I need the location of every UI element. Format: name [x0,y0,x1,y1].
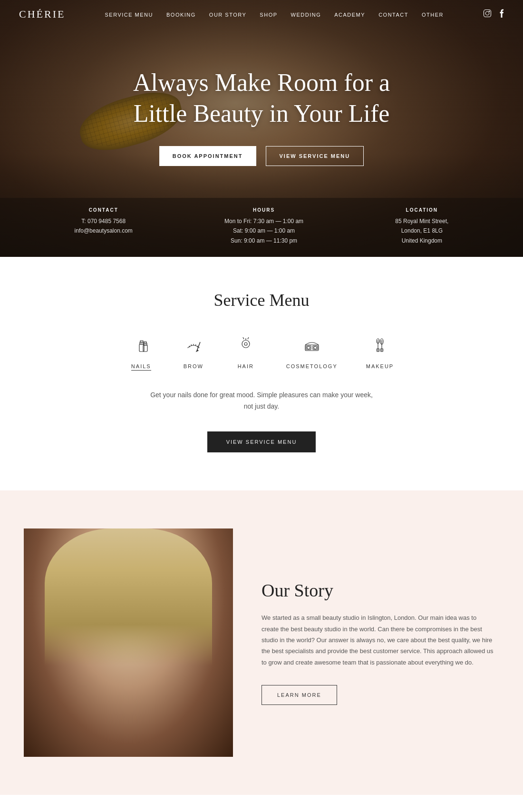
service-tab-nails[interactable]: NAILS [129,334,153,371]
nails-icon [129,334,153,358]
hero-hours-block: HOURS Mon to Fri: 7:30 am — 1:00 am Sat:… [224,207,303,245]
hero-title: Always Make Room for a Little Beauty in … [119,67,404,129]
svg-point-23 [307,346,310,349]
hero-location-block: LOCATION 85 Royal Mint Street, London, E… [395,207,448,245]
nav-wedding[interactable]: WEDDING [291,12,321,18]
story-section: Our Story We started as a small beauty s… [0,490,523,795]
nav-other[interactable]: OTHER [422,12,444,18]
service-tab-hair[interactable]: HAIR [234,334,258,371]
view-service-menu-button-hero[interactable]: VIEW SERVICE MENU [266,146,364,166]
learn-more-button[interactable]: LEARN MORE [262,685,337,705]
service-tab-makeup[interactable]: MAKEUP [366,334,394,371]
svg-rect-6 [143,345,147,352]
location-line3: United Kingdom [395,236,448,245]
service-tab-brow[interactable]: BROW [182,334,205,371]
story-content: Our Story We started as a small beauty s… [233,580,523,705]
story-heading: Our Story [262,580,494,601]
book-appointment-button[interactable]: BOOK APPOINTMENT [159,146,256,166]
makeup-label: MAKEUP [366,363,394,369]
hero-section: Always Make Room for a Little Beauty in … [0,0,523,257]
svg-point-1 [485,11,489,15]
location-line2: London, E1 8LG [395,226,448,235]
instagram-icon[interactable] [483,9,492,20]
service-description: Get your nails done for great mood. Simp… [147,390,376,412]
contact-phone: T: 070 9485 7568 [75,216,133,226]
nav-contact[interactable]: CONTACT [378,12,408,18]
story-image [24,528,233,757]
makeup-icon [368,334,392,358]
nav-booking[interactable]: BOOKING [166,12,196,18]
brow-label: BROW [184,363,203,369]
hair-label: HAIR [238,363,254,369]
hero-info-bar: CONTACT T: 070 9485 7568 info@beautysalo… [0,198,523,257]
hair-icon [234,334,258,358]
svg-point-2 [489,11,490,12]
svg-rect-0 [484,10,491,17]
nav-links: SERVICE MENU BOOKING OUR STORY SHOP WEDD… [105,10,444,19]
brow-icon [182,334,205,358]
contact-email: info@beautysalon.com [75,226,133,235]
service-tab-cosmetology[interactable]: COSMETOLOGY [286,334,338,371]
nav-service-menu[interactable]: SERVICE MENU [105,12,153,18]
service-tabs: NAILS BROW [29,334,494,371]
location-label: LOCATION [395,207,448,213]
brand-logo[interactable]: CHÉRIE [19,8,65,20]
hero-content: Always Make Room for a Little Beauty in … [0,0,523,209]
svg-point-24 [314,346,317,349]
hours-sat: Sat: 9:00 am — 1:00 am [224,226,303,235]
service-menu-section: Service Menu NAILS [0,257,523,490]
svg-line-9 [189,346,190,347]
navigation: CHÉRIE SERVICE MENU BOOKING OUR STORY SH… [0,0,523,29]
svg-point-16 [244,342,247,345]
nav-our-story[interactable]: OUR STORY [209,12,247,18]
svg-line-19 [248,337,249,339]
nails-label: NAILS [131,363,151,371]
cosmetology-icon [300,334,324,358]
hours-label: HOURS [224,207,303,213]
svg-point-15 [242,340,250,348]
svg-rect-5 [140,341,143,342]
nav-shop[interactable]: SHOP [260,12,277,18]
svg-line-13 [197,346,198,347]
location-line1: 85 Royal Mint Street, [395,216,448,226]
hero-buttons: BOOK APPOINTMENT VIEW SERVICE MENU [159,146,364,166]
facebook-icon[interactable] [499,9,504,20]
svg-line-18 [243,337,244,339]
service-section-title: Service Menu [29,290,494,310]
view-service-menu-button[interactable]: VIEW SERVICE MENU [207,431,316,452]
hours-sun: Sun: 9:00 am — 11:30 pm [224,236,303,245]
hero-contact-block: CONTACT T: 070 9485 7568 info@beautysalo… [75,207,133,245]
svg-rect-8 [144,342,146,343]
nav-academy[interactable]: ACADEMY [334,12,365,18]
hours-weekday: Mon to Fri: 7:30 am — 1:00 am [224,216,303,226]
story-face-background [24,528,233,757]
story-text: We started as a small beauty studio in I… [262,612,494,668]
nav-social [483,9,504,20]
cosmetology-label: COSMETOLOGY [286,363,338,369]
contact-label: CONTACT [75,207,133,213]
